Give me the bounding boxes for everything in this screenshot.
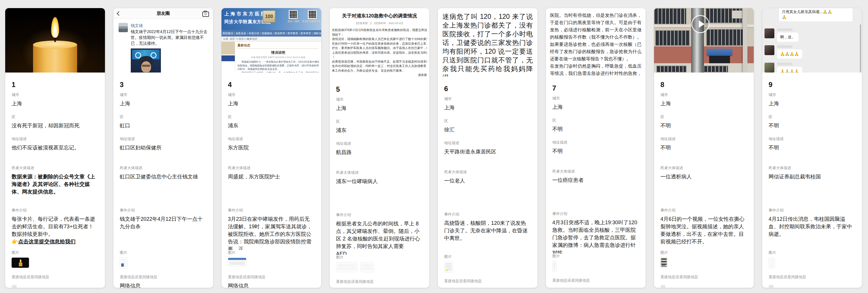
field-value-event: 根据患者女儿公布的时间线，早上 8 点，其父哮喘发作、晕倒。随后，小区 2 名做… — [336, 220, 423, 255]
moments-post: 钱文雄 钱文雄于2022年4月12日下午一点十九分去世。疫情期间一切从简。家属目… — [113, 19, 213, 72]
chat-message: 🙏🙏🙏🙏 — [777, 67, 802, 72]
image-thumbnail[interactable] — [360, 262, 374, 272]
blurred-username — [777, 45, 793, 48]
play-button-icon[interactable] — [691, 15, 709, 33]
report-meta: 【信息来源：】【信息时间：2022-03-31】 — [332, 22, 427, 25]
field-value-address: 天平路街道永康居民区 — [444, 148, 531, 155]
field-label-district: 区 — [660, 114, 747, 119]
field-label-deceased: 死者大体描述 — [660, 165, 747, 171]
card-number: 6 — [444, 84, 531, 96]
image-thumbnail[interactable] — [444, 262, 453, 272]
field-value-event: 高烧昏迷，核酸阴，120来了说发热门诊关了。无奈在家中降温，在昏迷中离世。 — [444, 219, 531, 242]
gallery-board: 1 城市上海 区没有死于新冠，却因新冠而死 地址描述他们不应该被漠视甚至忘记。 … — [0, 0, 868, 288]
card-number: 8 — [660, 80, 747, 92]
report-line: 拦住，要求救护车医务人员出借车载除颤仪。由于该病人在自己家中，救护车上 — [332, 46, 427, 51]
image-thumbnail-candle[interactable] — [11, 258, 29, 268]
sidebar-block — [221, 42, 235, 55]
qr-code-icon — [308, 10, 317, 19]
field-label-city: 城市 — [660, 92, 747, 97]
field-label-city: 城市 — [120, 92, 207, 97]
field-label-event: 事件介绍 — [769, 208, 856, 213]
field-label-direct: 直接信息还是间接信息 — [552, 278, 639, 283]
field-label-direct: 直接信息还是间接信息 — [336, 279, 423, 284]
statement-meta: 作者:系统管理员 发表于:2022/3/25 2:44:41 有233人阅读 — [238, 56, 319, 59]
record-card-3[interactable]: 朋友圈 钱文雄 钱文雄于2022年4月12日下午一点十九分去世。疫情期间一切从简… — [113, 8, 213, 288]
avatar — [765, 63, 774, 72]
field-value-event: 4月6日的一个视频，一位女性在撕心裂肺地哭泣。据视频描述，她的亲人要做透析，出不… — [660, 215, 747, 245]
field-value-deceased: 网信证券副总裁韦桂国 — [769, 173, 856, 180]
field-label-district: 区 — [11, 114, 99, 119]
record-card-5[interactable]: 关于对浦东120急救中心的调查情况 【信息来源：】【信息时间：2022-03-3… — [330, 8, 429, 288]
record-card-7[interactable]: 医院。当时有些低烧，但是发热门诊在消杀，于是在门口的黑夜里等待了很久。可是由于有… — [546, 8, 646, 288]
report-line: 务工作者的全力，为群众提供专业、安全的医疗服务。 — [332, 68, 427, 73]
field-label-district: 区 — [336, 119, 423, 124]
sidebar-item — [221, 55, 235, 61]
candle-flame-icon — [51, 17, 59, 38]
image-thumbnail[interactable] — [660, 258, 668, 267]
window — [654, 8, 686, 24]
record-card-9[interactable]: 只有其女儿眼见其病逝...🙏🙏 🙏 啊，这。 🙏🙏🙏🙏 🙏🙏🙏🙏 — [762, 8, 862, 288]
field-value-deceased: 周盛妮，东方医院护士 — [228, 173, 315, 180]
scrollbar[interactable] — [860, 24, 861, 72]
post-photo — [131, 49, 161, 72]
empty-value-pill — [769, 285, 774, 288]
field-label-event: 事件介绍 — [228, 208, 315, 213]
field-value-city: 上海 — [11, 100, 99, 107]
record-card-4[interactable]: 上海市东方医院 同济大学附属东方医院 100 微信二维码 患者移动服务平台 医院… — [221, 8, 321, 288]
image-thumbnail[interactable] — [552, 261, 556, 272]
field-label-direct: 直接信息还是间接信息 — [769, 274, 856, 280]
field-label-address: 地址描述 — [336, 141, 423, 146]
field-label-direct: 直接信息还是间接信息 — [444, 279, 531, 284]
field-value-address: 不明 — [660, 144, 747, 151]
hospital-site-navbar: 医院概况｜名医名家｜科室介绍｜党建园地｜医政管理｜医学教育｜医学研究｜国际交流｜… — [221, 30, 321, 36]
breadcrumb: 位置: 首页 >>首页>>最新动态 — [221, 36, 321, 42]
image-thumbnail[interactable] — [336, 262, 358, 272]
field-value-deceased: 数据来源：被删除的公众号文章《上海逝者》及其评论区、各种社交媒体、网友提供信息。 — [11, 173, 99, 196]
report-title: 关于对浦东120急救中心的调查情况 — [332, 13, 427, 19]
field-value-direct: 网络信息 — [120, 282, 207, 288]
statement-line: 周盛妮为我院护士，一直在院内从事护理相关工作。3月23日在家中哮喘发作，用药后无… — [238, 60, 319, 64]
field-label-images: 图片 — [336, 255, 423, 260]
report-signature: 浦东新 — [332, 73, 427, 77]
field-label-district: 区 — [120, 114, 207, 119]
field-value-district: 不明 — [552, 125, 639, 133]
field-value-district: 不明 — [769, 122, 856, 129]
field-value-district: 没有死于新冠，却因新冠而死 — [11, 122, 99, 129]
field-label-address: 地址描述 — [552, 140, 639, 145]
image-thumbnail[interactable] — [228, 258, 246, 266]
field-label-images: 图片 — [11, 250, 99, 255]
field-value-district: 虹口 — [120, 122, 207, 129]
field-value-deceased: 一位老人 — [444, 177, 531, 184]
field-label-address: 地址描述 — [11, 136, 99, 142]
hospital-site-header: 上海市东方医院 同济大学附属东方医院 100 微信二维码 患者移动服务平台 — [221, 8, 321, 30]
field-value-deceased: 一位癌症患者 — [552, 176, 639, 184]
avatar — [765, 28, 774, 38]
field-label-event: 事件介绍 — [11, 208, 99, 213]
field-value-district: 徐汇 — [444, 126, 531, 134]
card-number: 3 — [120, 80, 207, 92]
field-label-event: 事件介绍 — [444, 212, 531, 217]
field-label-city: 城市 — [228, 92, 315, 97]
field-label-event: 事件介绍 — [336, 212, 423, 217]
submit-info-link[interactable]: 点击这里提交信息给我们 — [18, 239, 75, 244]
blurred-username — [777, 28, 793, 31]
record-card-1[interactable]: 1 城市上海 区没有死于新冠，却因新冠而死 地址描述他们不应该被漠视甚至忘记。 … — [5, 8, 105, 288]
post-author: 钱文雄 — [131, 23, 210, 28]
report-line: 在执行对同一小区另一住户的急症患者急救的任务，且急症患者已上车，急救车 — [332, 41, 427, 46]
hospital-name-cn: 上海市东方医院 — [224, 11, 267, 17]
doorway — [709, 56, 730, 63]
field-value-address: 航昌路 — [336, 149, 423, 156]
record-card-8[interactable]: 8 城市上海 区不明 地址描述不明 死者大体描述一位透析病人 事件介绍4月6日的… — [654, 8, 754, 288]
moments-header: 朋友圈 — [113, 8, 213, 19]
field-value-event: 4月3日突感不适，晚上19:30叫了120急救。当时面临全员核酸，三甲医院门急诊… — [552, 219, 639, 254]
image-thumbnail[interactable] — [769, 258, 775, 268]
field-label-deceased: 死者大体描述 — [552, 169, 639, 174]
field-label-deceased: 死者大体描述 — [11, 165, 99, 171]
card-number: 9 — [769, 80, 856, 92]
field-label-deceased: 死者大体描述 — [769, 165, 856, 171]
statement-line: 送医就诊。我院梅园急诊部因疫情防控需要，正暂时关闭，进行环境采样和消毒。家属遂将… — [238, 64, 319, 67]
field-label-address: 地址描述 — [769, 136, 856, 142]
field-label-direct: 直接信息还是间接信息 — [228, 274, 315, 280]
image-thumbnail[interactable] — [120, 258, 128, 268]
record-card-6[interactable]: 迷病危了叫 120，120 来了说全上海发热门诊都关了，没有医院接收，打了一个多… — [438, 8, 537, 288]
